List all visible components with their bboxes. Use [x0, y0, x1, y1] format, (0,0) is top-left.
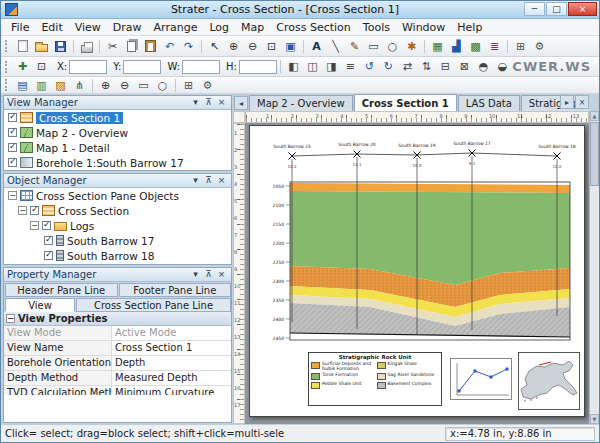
map-icon[interactable]: [466, 38, 485, 55]
menu-view[interactable]: View: [69, 20, 107, 35]
object-label[interactable]: Cross Section: [58, 205, 129, 217]
panel-pin-icon[interactable]: [202, 97, 215, 109]
undo-icon[interactable]: [160, 38, 179, 55]
scrollbar-thumb[interactable]: [590, 122, 599, 186]
maximize-button[interactable]: □: [546, 2, 567, 16]
vertical-scrollbar[interactable]: ▲ ▼: [589, 111, 599, 424]
object-label[interactable]: South Barrow 17: [67, 235, 154, 247]
cross-section-page[interactable]: South Barrow 23 10.2 South Barrow 20 13.…: [249, 125, 585, 417]
toolbar-grip[interactable]: [5, 61, 9, 73]
view-properties-section[interactable]: View Properties: [4, 312, 231, 326]
tab-footer-pane-line[interactable]: Footer Pane Line: [119, 283, 232, 297]
menu-tools[interactable]: Tools: [357, 20, 396, 35]
object-south-barrow-17[interactable]: South Barrow 17: [4, 233, 231, 248]
well-selector-icon[interactable]: [70, 77, 89, 94]
flip-vertical-icon[interactable]: [417, 58, 436, 75]
object-label[interactable]: South Barrow 18: [67, 250, 154, 262]
symbol-tool-icon[interactable]: [402, 38, 421, 55]
title-bar[interactable]: Strater - Cross Section - [Cross Section…: [1, 1, 599, 19]
checkbox-checked-icon[interactable]: [44, 251, 53, 260]
table-icon[interactable]: [428, 38, 447, 55]
view-item-label[interactable]: Borehole 1:South Barrow 17: [36, 157, 184, 169]
checkbox-checked-icon[interactable]: [8, 128, 17, 137]
scroll-down-icon[interactable]: ▼: [590, 414, 599, 424]
object-manager-header[interactable]: Object Manager: [4, 174, 231, 188]
object-label[interactable]: Cross Section Pane Objects: [36, 190, 179, 202]
new-cross-section-view-icon[interactable]: [51, 77, 70, 94]
zoom-in-icon[interactable]: [96, 77, 115, 94]
panel-menu-icon[interactable]: [189, 269, 202, 281]
paste-icon[interactable]: [141, 38, 160, 55]
flip-horizontal-icon[interactable]: [398, 58, 417, 75]
view-item-label[interactable]: Map 2 - Overview: [36, 127, 128, 139]
collapse-icon[interactable]: [30, 221, 39, 230]
stratigraphy-legend[interactable]: Stratigraphic Rock Unit Surficial Deposi…: [308, 352, 442, 406]
distribute-icon[interactable]: [341, 58, 360, 75]
group-icon[interactable]: [436, 58, 455, 75]
text-tool-icon[interactable]: [307, 38, 326, 55]
settings-icon[interactable]: [530, 38, 549, 55]
tab-las-data[interactable]: LAS Data: [458, 95, 520, 111]
width-input[interactable]: [182, 60, 220, 74]
zoom-out-icon[interactable]: [115, 77, 134, 94]
borehole-connector-line[interactable]: [292, 153, 557, 156]
menu-cross-section[interactable]: Cross Section: [270, 20, 357, 35]
new-icon[interactable]: [13, 38, 32, 55]
drawing-canvas[interactable]: South Barrow 23 10.2 South Barrow 20 13.…: [245, 123, 589, 424]
object-cross-section[interactable]: Cross Section: [4, 203, 231, 218]
inset-line-chart[interactable]: [450, 358, 512, 400]
align-left-icon[interactable]: [284, 58, 303, 75]
property-value[interactable]: Depth: [112, 356, 231, 370]
open-icon[interactable]: [32, 38, 51, 55]
collapse-icon[interactable]: [18, 206, 27, 215]
tab-scroll-left-icon[interactable]: [234, 96, 248, 110]
checkbox-checked-icon[interactable]: [30, 206, 39, 215]
menu-arrange[interactable]: Arrange: [148, 20, 204, 35]
panel-menu-icon[interactable]: [189, 97, 202, 109]
rectangle-tool-icon[interactable]: [134, 77, 153, 94]
panel-pin-icon[interactable]: [202, 269, 215, 281]
log-icon[interactable]: [485, 38, 504, 55]
send-to-back-icon[interactable]: [493, 58, 512, 75]
chart-icon[interactable]: [447, 38, 466, 55]
menu-window[interactable]: Window: [396, 20, 451, 35]
new-borehole-view-icon[interactable]: [13, 77, 32, 94]
tab-cross-section-pane-line[interactable]: Cross Section Pane Line: [76, 298, 231, 312]
object-south-barrow-18[interactable]: South Barrow 18: [4, 248, 231, 263]
checkbox-checked-icon[interactable]: [44, 236, 53, 245]
tab-header-pane-line[interactable]: Header Pane Line: [5, 283, 118, 297]
menu-help[interactable]: Help: [451, 20, 488, 35]
zoom-page-icon[interactable]: [281, 38, 300, 55]
collapse-icon[interactable]: [6, 314, 15, 323]
cross-section-plot[interactable]: [290, 156, 570, 340]
view-item-borehole-1[interactable]: Borehole 1:South Barrow 17: [4, 155, 231, 170]
panel-close-icon[interactable]: [215, 97, 228, 109]
checkbox-checked-icon[interactable]: [8, 143, 17, 152]
rotate-left-icon[interactable]: [360, 58, 379, 75]
bring-to-front-icon[interactable]: [474, 58, 493, 75]
panel-menu-icon[interactable]: [189, 175, 202, 187]
object-label[interactable]: Logs: [70, 220, 94, 232]
copy-icon[interactable]: [122, 38, 141, 55]
line-tool-icon[interactable]: [326, 38, 345, 55]
y-coordinate-input[interactable]: [123, 60, 161, 74]
ellipse-tool-icon[interactable]: [153, 77, 172, 94]
cut-icon[interactable]: [103, 38, 122, 55]
zoom-in-icon[interactable]: [224, 38, 243, 55]
toolbar-grip[interactable]: [5, 79, 9, 91]
property-value[interactable]: Minimum Curvature: [112, 386, 231, 395]
collapse-icon[interactable]: [8, 191, 17, 200]
view-item-label[interactable]: Map 1 - Detail: [36, 142, 110, 154]
object-root[interactable]: Cross Section Pane Objects: [4, 188, 231, 203]
property-value[interactable]: Measured Depth: [112, 371, 231, 385]
zoom-realtime-icon[interactable]: [32, 58, 51, 75]
checkbox-checked-icon[interactable]: [42, 221, 51, 230]
property-manager-header[interactable]: Property Manager: [4, 268, 231, 282]
grid-icon[interactable]: [511, 38, 530, 55]
print-icon[interactable]: [77, 38, 96, 55]
rotate-right-icon[interactable]: [379, 58, 398, 75]
align-center-icon[interactable]: [303, 58, 322, 75]
object-logs[interactable]: Logs: [4, 218, 231, 233]
new-map-view-icon[interactable]: [32, 77, 51, 94]
property-value[interactable]: Cross Section 1: [112, 341, 231, 355]
